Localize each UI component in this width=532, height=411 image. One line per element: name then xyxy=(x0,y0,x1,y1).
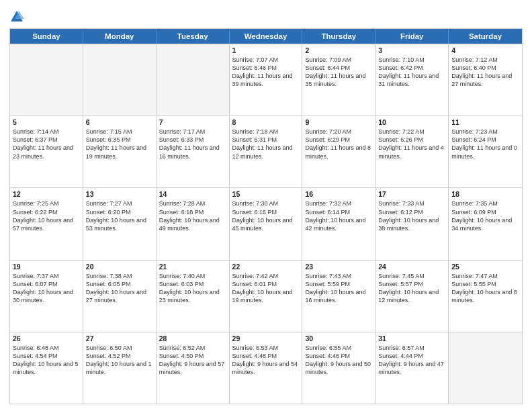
day-number: 9 xyxy=(305,118,372,126)
calendar-cell: 26Sunrise: 6:48 AMSunset: 4:54 PMDayligh… xyxy=(10,332,83,404)
daylight-text: Daylight: 10 hours and 5 minutes. xyxy=(13,360,80,376)
sunset-text: Sunset: 6:14 PM xyxy=(305,208,372,216)
day-number: 29 xyxy=(232,334,300,342)
day-number: 22 xyxy=(232,263,300,271)
daylight-text: Daylight: 11 hours and 35 minutes. xyxy=(305,72,372,88)
sunset-text: Sunset: 6:26 PM xyxy=(378,136,445,144)
daylight-text: Daylight: 10 hours and 23 minutes. xyxy=(159,288,226,304)
sunset-text: Sunset: 5:55 PM xyxy=(451,280,519,288)
page: SundayMondayTuesdayWednesdayThursdayFrid… xyxy=(0,0,532,411)
sunset-text: Sunset: 6:12 PM xyxy=(378,208,445,216)
sunset-text: Sunset: 6:31 PM xyxy=(232,136,300,144)
calendar-cell: 17Sunrise: 7:33 AMSunset: 6:12 PMDayligh… xyxy=(375,188,449,259)
daylight-text: Daylight: 11 hours and 31 minutes. xyxy=(378,72,445,88)
day-number: 10 xyxy=(378,118,445,126)
calendar-cell: 15Sunrise: 7:30 AMSunset: 6:16 PMDayligh… xyxy=(230,188,303,259)
calendar-week-1: 1Sunrise: 7:07 AMSunset: 6:46 PMDaylight… xyxy=(10,44,522,116)
sunrise-text: Sunrise: 7:18 AM xyxy=(232,128,300,136)
sunrise-text: Sunrise: 7:09 AM xyxy=(305,56,372,64)
calendar-cell: 7Sunrise: 7:17 AMSunset: 6:33 PMDaylight… xyxy=(157,116,230,187)
sunset-text: Sunset: 5:57 PM xyxy=(378,280,445,288)
calendar-cell: 13Sunrise: 7:27 AMSunset: 6:20 PMDayligh… xyxy=(83,188,157,259)
sunrise-text: Sunrise: 7:14 AM xyxy=(13,128,80,136)
daylight-text: Daylight: 11 hours and 23 minutes. xyxy=(13,144,80,160)
day-number: 8 xyxy=(232,118,300,126)
day-number: 12 xyxy=(13,190,80,198)
sunrise-text: Sunrise: 7:43 AM xyxy=(305,272,372,280)
daylight-text: Daylight: 9 hours and 57 minutes. xyxy=(159,360,226,376)
sunset-text: Sunset: 4:44 PM xyxy=(378,352,445,360)
day-number: 15 xyxy=(232,190,300,198)
daylight-text: Daylight: 9 hours and 54 minutes. xyxy=(232,360,300,376)
calendar-cell: 9Sunrise: 7:20 AMSunset: 6:29 PMDaylight… xyxy=(302,116,375,187)
daylight-text: Daylight: 10 hours and 45 minutes. xyxy=(232,216,300,232)
sunset-text: Sunset: 4:46 PM xyxy=(305,352,372,360)
calendar-cell: 27Sunrise: 6:50 AMSunset: 4:52 PMDayligh… xyxy=(83,332,157,404)
sunset-text: Sunset: 6:20 PM xyxy=(86,208,153,216)
calendar-cell: 25Sunrise: 7:47 AMSunset: 5:55 PMDayligh… xyxy=(449,261,522,332)
calendar-cell: 21Sunrise: 7:40 AMSunset: 6:03 PMDayligh… xyxy=(157,261,230,332)
calendar-cell xyxy=(157,44,230,116)
sunset-text: Sunset: 4:48 PM xyxy=(232,352,300,360)
sunrise-text: Sunrise: 7:35 AM xyxy=(451,199,519,208)
calendar-cell: 1Sunrise: 7:07 AMSunset: 6:46 PMDaylight… xyxy=(230,44,303,116)
day-number: 5 xyxy=(13,118,80,126)
day-header-thursday: Thursday xyxy=(302,29,375,44)
calendar-cell xyxy=(10,44,83,116)
sunset-text: Sunset: 6:16 PM xyxy=(232,208,300,216)
daylight-text: Daylight: 10 hours and 53 minutes. xyxy=(86,216,153,232)
daylight-text: Daylight: 10 hours and 30 minutes. xyxy=(13,288,80,304)
sunset-text: Sunset: 6:24 PM xyxy=(451,136,519,144)
day-number: 19 xyxy=(13,263,80,271)
sunset-text: Sunset: 6:05 PM xyxy=(86,280,153,288)
calendar-cell xyxy=(83,44,157,116)
day-number: 31 xyxy=(378,334,445,342)
calendar-cell: 29Sunrise: 6:53 AMSunset: 4:48 PMDayligh… xyxy=(230,332,303,404)
daylight-text: Daylight: 10 hours and 19 minutes. xyxy=(232,288,300,304)
sunrise-text: Sunrise: 6:55 AM xyxy=(305,344,372,352)
sunrise-text: Sunrise: 7:47 AM xyxy=(451,272,519,280)
daylight-text: Daylight: 9 hours and 50 minutes. xyxy=(305,360,372,376)
calendar-cell: 11Sunrise: 7:23 AMSunset: 6:24 PMDayligh… xyxy=(449,116,522,187)
day-number: 2 xyxy=(305,46,372,54)
sunrise-text: Sunrise: 7:42 AM xyxy=(232,272,300,280)
calendar-cell: 24Sunrise: 7:45 AMSunset: 5:57 PMDayligh… xyxy=(375,261,449,332)
day-header-sunday: Sunday xyxy=(10,29,83,44)
sunset-text: Sunset: 6:01 PM xyxy=(232,280,300,288)
sunset-text: Sunset: 6:46 PM xyxy=(232,64,300,72)
sunset-text: Sunset: 6:44 PM xyxy=(305,64,372,72)
day-number: 6 xyxy=(86,118,153,126)
day-header-monday: Monday xyxy=(83,29,157,44)
sunrise-text: Sunrise: 7:22 AM xyxy=(378,128,445,136)
calendar-cell: 16Sunrise: 7:32 AMSunset: 6:14 PMDayligh… xyxy=(302,188,375,259)
day-number: 16 xyxy=(305,190,372,198)
sunset-text: Sunset: 4:54 PM xyxy=(13,352,80,360)
sunrise-text: Sunrise: 7:17 AM xyxy=(159,128,226,136)
calendar-cell: 2Sunrise: 7:09 AMSunset: 6:44 PMDaylight… xyxy=(302,44,375,116)
sunset-text: Sunset: 5:59 PM xyxy=(305,280,372,288)
sunrise-text: Sunrise: 7:20 AM xyxy=(305,128,372,136)
daylight-text: Daylight: 10 hours and 27 minutes. xyxy=(86,288,153,304)
daylight-text: Daylight: 10 hours and 57 minutes. xyxy=(13,216,80,232)
daylight-text: Daylight: 11 hours and 39 minutes. xyxy=(232,72,300,88)
day-number: 1 xyxy=(232,46,300,54)
sunrise-text: Sunrise: 7:40 AM xyxy=(159,272,226,280)
day-number: 18 xyxy=(451,190,519,198)
day-number: 28 xyxy=(159,334,226,342)
day-number: 7 xyxy=(159,118,226,126)
calendar-cell: 10Sunrise: 7:22 AMSunset: 6:26 PMDayligh… xyxy=(375,116,449,187)
sunset-text: Sunset: 6:29 PM xyxy=(305,136,372,144)
day-number: 13 xyxy=(86,190,153,198)
sunset-text: Sunset: 6:03 PM xyxy=(159,280,226,288)
calendar-cell: 18Sunrise: 7:35 AMSunset: 6:09 PMDayligh… xyxy=(449,188,522,259)
sunrise-text: Sunrise: 7:12 AM xyxy=(451,56,519,64)
calendar-cell: 31Sunrise: 6:57 AMSunset: 4:44 PMDayligh… xyxy=(375,332,449,404)
sunset-text: Sunset: 6:09 PM xyxy=(451,208,519,216)
sunrise-text: Sunrise: 7:07 AM xyxy=(232,56,300,64)
calendar-cell: 6Sunrise: 7:15 AMSunset: 6:35 PMDaylight… xyxy=(83,116,157,187)
sunrise-text: Sunrise: 7:45 AM xyxy=(378,272,445,280)
day-header-friday: Friday xyxy=(375,29,449,44)
day-header-tuesday: Tuesday xyxy=(157,29,230,44)
sunrise-text: Sunrise: 7:23 AM xyxy=(451,128,519,136)
sunrise-text: Sunrise: 7:30 AM xyxy=(232,199,300,208)
